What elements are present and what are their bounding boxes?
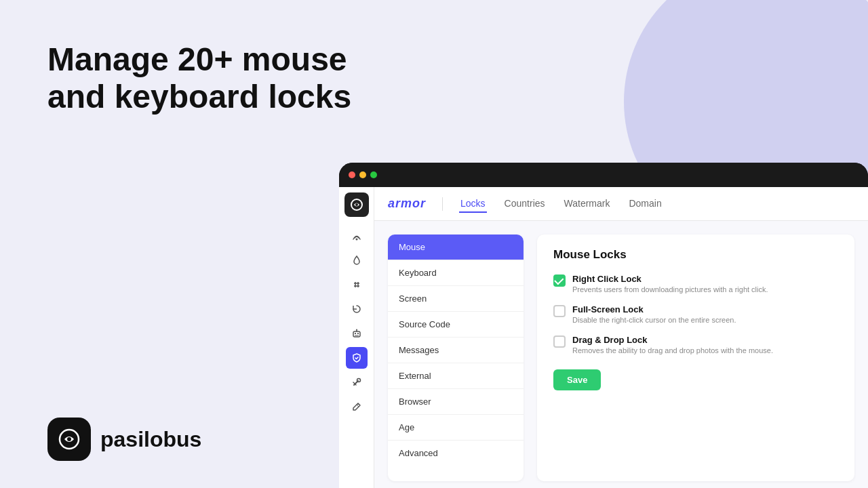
drag-drop-text: Drag & Drop Lock Removes the ability to … — [572, 335, 773, 354]
hero-title: Manage 20+ mouse and keyboard locks — [47, 41, 351, 115]
lock-option-drag-drop: Drag & Drop Lock Removes the ability to … — [553, 335, 838, 354]
category-item-keyboard[interactable]: Keyboard — [388, 260, 524, 286]
right-click-name: Right Click Lock — [572, 274, 768, 284]
app-window: armor Locks Countries Watermark Domain M… — [339, 163, 868, 488]
refresh-icon — [351, 304, 362, 314]
lock-option-right-click: Right Click Lock Prevents users from dow… — [553, 274, 838, 293]
svg-rect-10 — [355, 333, 356, 334]
nav-tab-countries[interactable]: Countries — [503, 195, 547, 213]
nav-tab-locks[interactable]: Locks — [459, 195, 487, 213]
category-item-browser[interactable]: Browser — [388, 389, 524, 415]
svg-point-3 — [355, 203, 358, 206]
category-item-age[interactable]: Age — [388, 415, 524, 441]
shield-icon — [351, 352, 362, 363]
category-item-advanced[interactable]: Advanced — [388, 441, 524, 466]
sidebar-logo-icon — [349, 197, 364, 212]
sidebar-icon-shield[interactable] — [346, 347, 368, 369]
sidebar — [339, 187, 374, 488]
svg-point-1 — [67, 437, 71, 441]
window-maximize-dot — [370, 171, 377, 178]
sidebar-icon-refresh[interactable] — [346, 298, 368, 320]
pen-icon — [351, 401, 362, 412]
full-screen-name: Full-Screen Lock — [572, 304, 736, 314]
sidebar-icon-tools[interactable] — [346, 371, 368, 393]
locks-panel: Mouse Locks Right Click Lock Prevents us… — [537, 235, 854, 481]
window-minimize-dot — [359, 171, 366, 178]
nav-divider — [442, 197, 443, 211]
main-content: armor Locks Countries Watermark Domain M… — [374, 187, 868, 488]
svg-line-18 — [357, 405, 359, 407]
tools-icon — [351, 377, 362, 388]
locks-title: Mouse Locks — [553, 248, 838, 262]
full-screen-desc: Disable the right-click cursor on the en… — [572, 316, 736, 324]
full-screen-text: Full-Screen Lock Disable the right-click… — [572, 304, 736, 324]
window-topbar — [339, 163, 868, 187]
lock-option-full-screen: Full-Screen Lock Disable the right-click… — [553, 304, 838, 324]
drag-drop-name: Drag & Drop Lock — [572, 335, 773, 345]
brand-logo — [47, 418, 91, 461]
hero-section: Manage 20+ mouse and keyboard locks — [47, 41, 351, 115]
nav-brand: armor — [388, 197, 426, 211]
category-item-source-code[interactable]: Source Code — [388, 312, 524, 338]
grid-icon — [351, 279, 362, 290]
brand-name-text: pasilobus — [100, 427, 201, 452]
robot-icon — [351, 328, 362, 339]
window-close-dot — [349, 171, 355, 178]
nav-tab-domain[interactable]: Domain — [627, 195, 663, 213]
category-item-messages[interactable]: Messages — [388, 338, 524, 363]
right-click-checkbox[interactable] — [553, 274, 566, 287]
right-click-desc: Prevents users from downloading pictures… — [572, 285, 768, 293]
brand-section: pasilobus — [47, 418, 201, 461]
category-item-external[interactable]: External — [388, 363, 524, 389]
app-inner: armor Locks Countries Watermark Domain M… — [339, 187, 868, 488]
full-screen-checkbox[interactable] — [553, 305, 566, 317]
antenna-icon — [351, 230, 362, 241]
svg-rect-9 — [353, 331, 360, 337]
sidebar-icon-drop[interactable] — [346, 249, 368, 271]
nav-tab-watermark[interactable]: Watermark — [563, 195, 612, 213]
sidebar-icon-grid[interactable] — [346, 274, 368, 296]
brand-logo-icon — [56, 426, 83, 453]
category-item-mouse[interactable]: Mouse — [388, 235, 524, 260]
sidebar-icon-pen[interactable] — [346, 396, 368, 418]
content-area: Mouse Keyboard Screen Source Code Messag… — [374, 221, 868, 488]
drag-drop-desc: Removes the ability to drag and drop pho… — [572, 346, 773, 354]
nav-bar: armor Locks Countries Watermark Domain — [374, 187, 868, 221]
svg-point-16 — [357, 379, 360, 382]
save-button[interactable]: Save — [553, 369, 601, 390]
sidebar-logo[interactable] — [344, 192, 369, 217]
sidebar-icon-antenna[interactable] — [346, 225, 368, 247]
sidebar-icon-robot[interactable] — [346, 323, 368, 344]
svg-point-14 — [356, 329, 357, 331]
drop-icon — [351, 255, 362, 266]
svg-rect-11 — [357, 333, 359, 334]
drag-drop-checkbox[interactable] — [553, 336, 566, 348]
svg-point-4 — [355, 239, 357, 241]
categories-panel: Mouse Keyboard Screen Source Code Messag… — [388, 235, 524, 481]
category-item-screen[interactable]: Screen — [388, 286, 524, 312]
right-click-text: Right Click Lock Prevents users from dow… — [572, 274, 768, 293]
